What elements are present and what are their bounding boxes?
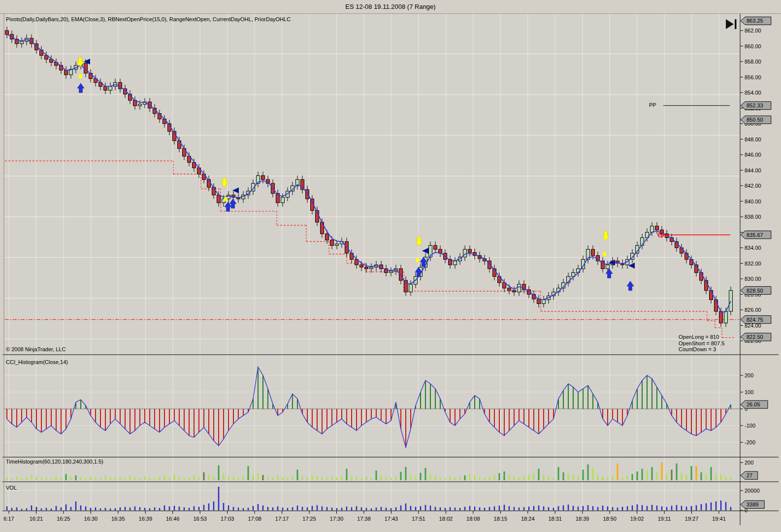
- timehistogram-bar: [233, 477, 234, 480]
- timehistogram-bar: [371, 478, 372, 480]
- cci-badge-value: 26.05: [747, 401, 760, 407]
- price-badge: 822.50: [741, 333, 771, 341]
- timehistogram-bar: [661, 463, 663, 480]
- timehistogram-bar: [691, 466, 692, 480]
- price-tick-label: 840.00: [745, 199, 761, 204]
- timehistogram-bar: [489, 476, 490, 480]
- price-tick-label: 860.00: [745, 43, 761, 49]
- price-badge-value: 824.75: [747, 317, 763, 323]
- timehistogram-bar: [312, 475, 313, 480]
- timehistogram-bar: [681, 473, 683, 480]
- price-badge-value: 828.50: [747, 288, 763, 294]
- timehistogram-bar: [504, 471, 505, 480]
- timehistogram-bar: [287, 478, 289, 481]
- chart-canvas[interactable]: 862.00860.00858.00856.00854.00852.00850.…: [0, 0, 781, 532]
- time-tick-label: 17:51: [412, 516, 425, 522]
- timehistogram-bar: [509, 474, 510, 480]
- candle-up: [542, 300, 546, 304]
- timehistogram-bar: [238, 478, 239, 481]
- timehistogram-bar: [184, 478, 185, 480]
- timehistogram-bar: [647, 470, 648, 480]
- candle-up: [454, 261, 457, 265]
- timehistogram-bar: [494, 475, 495, 480]
- timehistogram-panel-label: TimeHistogram(60,120,180,240,300,1.5): [6, 459, 103, 465]
- timehistogram-bar: [203, 472, 205, 480]
- timehistogram-bar: [627, 476, 628, 480]
- timehistogram-bar: [100, 478, 101, 480]
- timehistogram-bar: [174, 474, 175, 480]
- candle-down: [513, 291, 516, 292]
- timehistogram-bar: [533, 473, 535, 480]
- timehistogram-bar: [317, 476, 318, 480]
- timehistogram-bar: [415, 476, 417, 480]
- timehistogram-bar: [528, 474, 530, 480]
- timehistogram-bar: [445, 478, 446, 481]
- timehistogram-bar: [144, 476, 146, 480]
- timehistogram-bar: [115, 478, 116, 481]
- timehistogram-bar: [523, 476, 525, 480]
- time-tick-label: 18:15: [494, 516, 508, 522]
- timehistogram-bar: [282, 477, 284, 480]
- timehistogram-bar: [56, 476, 57, 480]
- candle-down: [5, 31, 9, 34]
- timehistogram-bar: [730, 478, 732, 480]
- timehistogram-bar: [336, 478, 338, 480]
- timehistogram-bar: [341, 476, 343, 480]
- price-tick-label: 862.00: [745, 28, 761, 33]
- volume-badge: 3389: [741, 500, 764, 508]
- time-tick-label: 18:08: [466, 516, 480, 522]
- timehistogram-bar: [169, 477, 170, 480]
- open-short-annotation: OpenShort = 807.5: [679, 340, 724, 347]
- timehistogram-bar: [583, 469, 584, 480]
- copyright-label: © 2008 NinjaTrader, LLC: [6, 346, 65, 352]
- timehistogram-bar: [568, 474, 569, 480]
- timehistogram-bar: [602, 476, 604, 480]
- candle-down: [365, 267, 368, 268]
- cci-tick-label: 200: [745, 372, 753, 378]
- time-tick-label: 18:39: [576, 516, 589, 522]
- timehistogram-bar: [642, 469, 643, 480]
- timehistogram-bar: [479, 477, 481, 480]
- timehistogram-bar: [430, 474, 431, 480]
- candle-up: [729, 291, 733, 312]
- timehistogram-bar: [208, 475, 210, 480]
- timehistogram-bar: [149, 478, 151, 480]
- timehistogram-bar: [578, 476, 579, 480]
- timehistogram-bar: [553, 478, 554, 480]
- timehistogram-bar: [61, 478, 62, 480]
- price-tick-label: 854.00: [745, 90, 761, 96]
- price-badge: 824.75: [741, 316, 771, 324]
- timehistogram-bar: [292, 476, 293, 480]
- window-title: ES 12-08 19.11.2008 (7 Range): [345, 3, 435, 10]
- timehistogram-bar: [85, 478, 87, 481]
- timehistogram-bar: [248, 466, 249, 480]
- plot-background: [4, 14, 740, 511]
- price-tick-label: 858.00: [745, 59, 761, 65]
- count-down-annotation: CountDown = 3: [679, 346, 724, 353]
- timehistogram-bar: [356, 477, 358, 480]
- signal-dot-icon: [416, 258, 420, 263]
- timehistogram-bar: [711, 467, 712, 480]
- pp-pivot-label: PP: [649, 102, 656, 108]
- timehistogram-bar: [395, 476, 397, 480]
- timehistogram-bar: [253, 475, 254, 480]
- timehistogram-bar: [307, 478, 308, 480]
- timehistogram-bar: [198, 477, 200, 480]
- timehistogram-bar: [46, 478, 47, 480]
- timehistogram-bar: [706, 474, 707, 480]
- timehistogram-bar: [326, 478, 328, 481]
- timehistogram-bar: [223, 473, 225, 480]
- price-badge: 852.33: [741, 101, 771, 109]
- timehistogram-bar: [440, 477, 441, 480]
- candle-down: [321, 222, 324, 234]
- timehistogram-bar: [381, 476, 382, 480]
- timehistogram-bar: [31, 475, 33, 480]
- panel-backgrounds: [4, 14, 740, 511]
- time-tick-label: 17:30: [330, 516, 344, 522]
- price-badge: 863.25: [741, 17, 771, 25]
- timehistogram-bar: [459, 477, 461, 480]
- timehistogram-bar: [514, 476, 515, 480]
- timehistogram-bar: [164, 475, 165, 480]
- time-tick-label: 16:25: [57, 516, 70, 522]
- signal-dot-icon: [224, 197, 228, 201]
